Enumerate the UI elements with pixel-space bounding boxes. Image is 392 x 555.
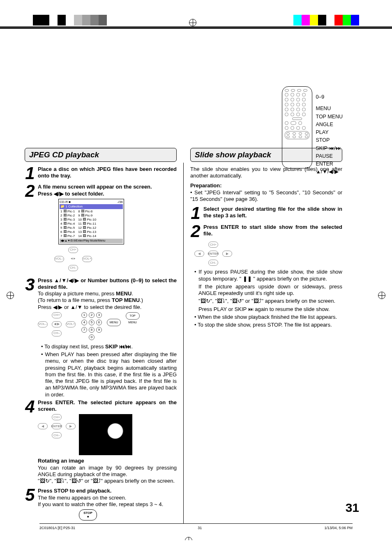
remote-label: ANGLE	[316, 121, 343, 128]
remote-label: MENU	[316, 105, 343, 112]
column-divider	[183, 163, 184, 524]
content-columns: JPEG CD playback 1 Place a disc on which…	[25, 148, 367, 524]
registration-mark-icon	[378, 292, 385, 299]
stop-button-icon: STOP	[79, 509, 97, 520]
step-3: 3 Press ▲/▼/◀/▶ or Number buttons (0–9) …	[25, 277, 177, 340]
preparation: Preparation: • Set "JPEG Interval" setti…	[190, 182, 342, 203]
step-number: 4	[25, 399, 35, 485]
registration-mark-icon	[7, 292, 14, 299]
step-1: 1 Place a disc on which JPEG files have …	[25, 166, 177, 181]
remote-label: SKIP ⏮/⏭	[316, 145, 343, 152]
registration-mark-icon	[189, 19, 196, 26]
step-text: A file menu screen will appear on the sc…	[38, 184, 177, 274]
remote-label: ENTER	[316, 161, 343, 167]
step-2: 2 A file menu screen will appear on the …	[25, 184, 177, 274]
step-text: Press ENTER. The selected picture appear…	[38, 399, 177, 485]
footer-rule	[39, 523, 353, 524]
nav-cross-icon: CH+ VOL– ◀ ▶ VOL+ CH–	[54, 247, 92, 272]
step-number: 1	[190, 206, 201, 221]
step-text: Press ENTER to start slide show from the…	[203, 224, 342, 239]
remote-outline	[282, 86, 312, 168]
picture-preview-icon	[79, 414, 132, 455]
remote-label: PAUSE	[316, 153, 343, 159]
step-4: 4 Press ENTER. The selected picture appe…	[25, 399, 177, 485]
right-column: Slide show playback The slide show enabl…	[190, 148, 342, 524]
remote-diagram-cluster: 0–9 MENU TOP MENU ANGLE PLAY STOP SKIP ⏮…	[282, 86, 343, 175]
print-header	[0, 0, 392, 26]
step-number: 2	[190, 224, 201, 239]
step-text: Place a disc on which JPEG files have be…	[38, 166, 177, 181]
color-bars-left	[33, 15, 107, 25]
remote-label: PLAY	[316, 129, 343, 136]
page: 0–9 MENU TOP MENU ANGLE PLAY STOP SKIP ⏮…	[0, 29, 392, 540]
rotating-heading: Rotating an image	[38, 458, 84, 464]
step-number: 3	[25, 277, 35, 340]
nav-cross-icon: CH+ ◀ ENTER ▶ CH–	[38, 414, 76, 439]
remote-label: 0–9	[316, 94, 343, 100]
slide-step-2: 2 Press ENTER to start slide show from t…	[190, 224, 342, 239]
remote-label: TOP MENU	[316, 113, 343, 120]
file-list-col: 8 🖼 Pic-89 🖼 Pic-9 10 🖼 Pic-1011 🖼 Pic-1…	[78, 210, 96, 238]
file-list-col: 1 🖼 Pic-12 🖼 Pic-2 3 🖼 Pic-34 🖼 Pic-4 5 …	[60, 210, 75, 238]
step-number: 1	[25, 166, 35, 181]
slide-step-1: 1 Select your desired starting file for …	[190, 206, 342, 221]
slide-notes: • If you press PAUSE during the slide sh…	[194, 269, 342, 328]
footer-center: 31	[198, 526, 202, 530]
step3-notes: • To display next list, press SKIP ⏮/⏭. …	[41, 343, 177, 398]
file-menu-screenshot: CD-R ■-/36 📁 1 Collection 1 🖼 Pic-12 🖼 P…	[58, 199, 124, 244]
nav-cross-icon: CH+ ◀ ENTER ▶ CH–	[194, 242, 232, 266]
step-number: 5	[25, 488, 35, 520]
footer-meta: 2C01801A [E] P25-31 31 1/13/04, 5:06 PM	[39, 526, 353, 530]
step-text: Select your desired starting file for th…	[203, 206, 342, 221]
remote-label: STOP	[316, 137, 343, 143]
section-title: JPEG CD playback	[25, 148, 177, 162]
topmenu-button-icon: TOP MENU	[126, 312, 140, 320]
registration-mark-icon	[185, 537, 192, 540]
color-bars-right	[293, 15, 359, 25]
step-number: 2	[25, 184, 35, 274]
step-text: Press ▲/▼/◀/▶ or Number buttons (0–9) to…	[38, 277, 177, 340]
remote-labels: 0–9 MENU TOP MENU ANGLE PLAY STOP SKIP ⏮…	[316, 86, 343, 175]
step-text: Press STOP to end playback. The file men…	[38, 488, 177, 520]
left-column: JPEG CD playback 1 Place a disc on which…	[25, 148, 177, 524]
step-5: 5 Press STOP to end playback. The file m…	[25, 488, 177, 520]
page-number: 31	[346, 500, 359, 516]
numpad-icon: 123 456 789 0	[81, 312, 102, 340]
footer-left: 2C01801A [E] P25-31	[39, 526, 75, 530]
footer-right: 1/13/04, 5:06 PM	[324, 526, 353, 530]
remote-label: ▲/▼/◀/▶	[316, 168, 343, 175]
menu-button-icon: MENU	[107, 319, 121, 326]
nav-cross-icon: CH+ VOL– ◀ ▶ VOL+ CH–	[38, 312, 76, 337]
